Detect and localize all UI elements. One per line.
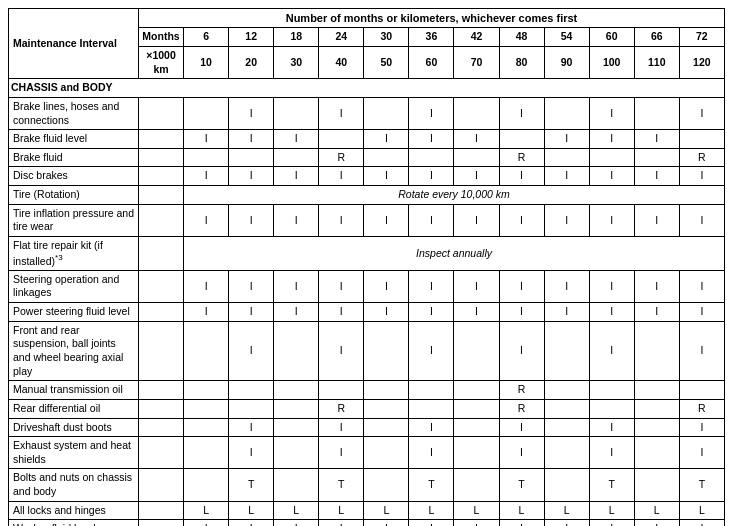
km-90: 90: [544, 46, 589, 78]
cell-8-1: I: [229, 303, 274, 322]
row-label-16: Washer fluid level: [9, 520, 139, 526]
row-label-8: Power steering fluid level: [9, 303, 139, 322]
km-30: 30: [274, 46, 319, 78]
row-months-label-6: [139, 236, 184, 270]
cell-14-2: [274, 469, 319, 501]
cell-7-7: I: [499, 270, 544, 302]
km-20: 20: [229, 46, 274, 78]
row-label-6: Flat tire repair kit (if installed)*3: [9, 236, 139, 270]
cell-9-1: I: [229, 321, 274, 381]
km-40: 40: [319, 46, 364, 78]
month-12: 12: [229, 28, 274, 47]
cell-14-11: T: [679, 469, 724, 501]
cell-2-3: R: [319, 148, 364, 167]
cell-12-6: [454, 418, 499, 437]
cell-10-6: [454, 381, 499, 400]
cell-0-4: [364, 97, 409, 129]
cell-15-11: L: [679, 501, 724, 520]
cell-7-8: I: [544, 270, 589, 302]
cell-12-2: [274, 418, 319, 437]
cell-5-7: I: [499, 204, 544, 236]
cell-13-1: I: [229, 437, 274, 469]
cell-1-11: [679, 130, 724, 149]
km-80: 80: [499, 46, 544, 78]
cell-3-11: I: [679, 167, 724, 186]
cell-14-6: [454, 469, 499, 501]
cell-14-0: [184, 469, 229, 501]
cell-9-7: I: [499, 321, 544, 381]
cell-10-11: [679, 381, 724, 400]
row-months-label-4: [139, 186, 184, 205]
cell-15-7: L: [499, 501, 544, 520]
cell-13-0: [184, 437, 229, 469]
cell-5-2: I: [274, 204, 319, 236]
cell-13-4: [364, 437, 409, 469]
row-label-12: Driveshaft dust boots: [9, 418, 139, 437]
cell-3-1: I: [229, 167, 274, 186]
cell-8-8: I: [544, 303, 589, 322]
cell-13-6: [454, 437, 499, 469]
row-span-4: Rotate every 10,000 km: [184, 186, 725, 205]
cell-10-9: [589, 381, 634, 400]
cell-12-9: I: [589, 418, 634, 437]
cell-15-4: L: [364, 501, 409, 520]
cell-7-6: I: [454, 270, 499, 302]
cell-7-0: I: [184, 270, 229, 302]
row-months-col-1: [139, 130, 184, 149]
cell-10-10: [634, 381, 679, 400]
cell-15-9: L: [589, 501, 634, 520]
cell-7-11: I: [679, 270, 724, 302]
cell-7-1: I: [229, 270, 274, 302]
row-months-col-12: [139, 418, 184, 437]
cell-0-5: I: [409, 97, 454, 129]
km-50: 50: [364, 46, 409, 78]
cell-2-1: [229, 148, 274, 167]
row-months-col-13: [139, 437, 184, 469]
cell-8-0: I: [184, 303, 229, 322]
row-months-col-3: [139, 167, 184, 186]
cell-11-5: [409, 399, 454, 418]
cell-5-9: I: [589, 204, 634, 236]
cell-8-6: I: [454, 303, 499, 322]
cell-0-1: I: [229, 97, 274, 129]
cell-11-11: R: [679, 399, 724, 418]
cell-0-10: [634, 97, 679, 129]
cell-5-6: I: [454, 204, 499, 236]
section-chassis-body: CHASSIS and BODY: [9, 79, 725, 98]
cell-5-11: I: [679, 204, 724, 236]
cell-8-9: I: [589, 303, 634, 322]
cell-3-9: I: [589, 167, 634, 186]
km-60: 60: [409, 46, 454, 78]
km-110: 110: [634, 46, 679, 78]
cell-16-9: I: [589, 520, 634, 526]
km-100: 100: [589, 46, 634, 78]
row-label-9: Front and rear suspension, ball joints a…: [9, 321, 139, 381]
row-label-5: Tire inflation pressure and tire wear: [9, 204, 139, 236]
month-54: 54: [544, 28, 589, 47]
cell-10-5: [409, 381, 454, 400]
cell-7-5: I: [409, 270, 454, 302]
cell-1-5: I: [409, 130, 454, 149]
cell-7-3: I: [319, 270, 364, 302]
row-months-col-0: [139, 97, 184, 129]
row-months-col-7: [139, 270, 184, 302]
cell-12-3: I: [319, 418, 364, 437]
cell-2-5: [409, 148, 454, 167]
row-label-7: Steering operation and linkages: [9, 270, 139, 302]
cell-0-11: I: [679, 97, 724, 129]
cell-2-8: [544, 148, 589, 167]
cell-3-0: I: [184, 167, 229, 186]
month-72: 72: [679, 28, 724, 47]
cell-16-1: I: [229, 520, 274, 526]
cell-1-8: I: [544, 130, 589, 149]
cell-11-3: R: [319, 399, 364, 418]
cell-2-2: [274, 148, 319, 167]
cell-3-5: I: [409, 167, 454, 186]
cell-9-3: I: [319, 321, 364, 381]
cell-0-2: [274, 97, 319, 129]
cell-16-8: I: [544, 520, 589, 526]
cell-10-1: [229, 381, 274, 400]
cell-5-5: I: [409, 204, 454, 236]
cell-15-3: L: [319, 501, 364, 520]
cell-14-1: T: [229, 469, 274, 501]
